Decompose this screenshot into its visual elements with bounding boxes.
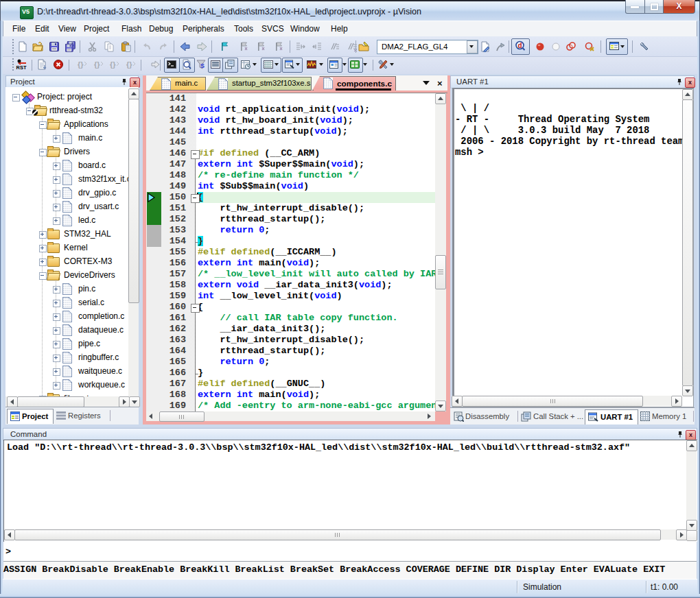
svg-text:{}: {} [78,60,84,69]
svg-text:{}: {} [126,60,132,69]
svg-text:S: S [200,62,205,69]
svg-text:{}: {} [94,60,100,69]
svg-text:d: d [518,42,522,49]
svg-text:{}: {} [110,60,116,69]
svg-text:RST: RST [16,64,27,70]
